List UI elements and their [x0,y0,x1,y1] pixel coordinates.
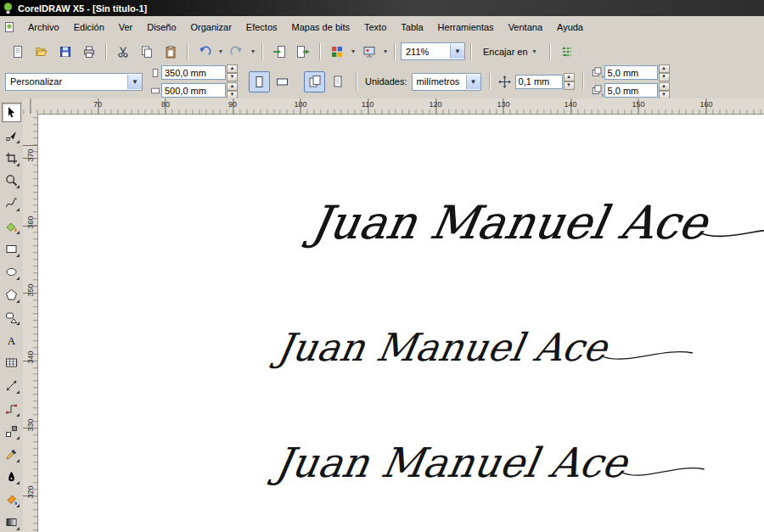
ellipse-tool[interactable] [2,262,21,282]
crop-tool[interactable] [2,148,21,168]
outline-pen-tool[interactable] [2,468,21,487]
pick-tool[interactable] [2,103,21,122]
current-page-button[interactable] [327,71,348,92]
rectangle-tool[interactable] [2,239,21,259]
signature-1-text: Juan Manuel Ace [306,196,711,249]
fill-tool-icon [5,493,18,506]
snap-to-dropdown[interactable]: Encajar en ▾ [477,44,544,59]
page-width-input[interactable] [161,65,226,80]
dimension-tool[interactable] [2,376,21,395]
window-title: CorelDRAW X5 - [Sin título-1] [18,3,147,14]
signature-2-flourish [598,345,695,366]
undo-dropdown-arrow[interactable]: ▾ [217,48,224,55]
hruler-label: 130 [497,100,509,109]
text-tool[interactable]: A [2,330,21,350]
import-button[interactable] [268,41,290,63]
menu-efectos[interactable]: Efectos [239,19,284,36]
signature-text-3[interactable]: Juan Manuel Ace [272,439,711,486]
menu-texto[interactable]: Texto [357,19,393,36]
menu-mapas-de-bits[interactable]: Mapas de bits [285,19,357,36]
menu-ventana[interactable]: Ventana [502,19,549,36]
redo-dropdown-arrow[interactable]: ▾ [250,48,256,55]
vruler-label: 320 [26,485,35,500]
smart-fill-tool[interactable] [2,216,21,236]
print-button[interactable] [78,41,100,63]
ellipse-tool-icon [5,266,18,278]
signature-text-2[interactable]: Juan Manuel Ace [273,325,699,370]
fill-tool[interactable] [2,490,21,509]
hruler-label: 160 [699,100,712,109]
copy-icon [140,45,154,59]
toolbar-separator [187,43,188,60]
hruler-label: 90 [228,100,237,109]
cut-button[interactable] [112,41,134,63]
hruler-label: 70 [93,100,102,109]
portrait-icon [253,76,266,88]
zoom-dropdown-arrow[interactable]: ▼ [450,44,464,59]
shape-tool[interactable] [2,126,21,145]
paste-button[interactable] [160,41,182,63]
copy-button[interactable] [136,41,158,63]
menu-tabla[interactable]: Tabla [394,19,430,36]
nudge-offset-input[interactable] [515,75,563,89]
landscape-orientation-button[interactable] [272,71,293,92]
application-launcher-button[interactable] [326,41,348,63]
signature-text-1[interactable]: Juan Manuel Ace [306,196,764,249]
horizontal-ruler[interactable]: 70 80 90 100 110 120 130 140 150 160 [23,98,764,115]
redo-button[interactable] [226,41,248,63]
duplicate-distance-y-icon: y [592,85,604,97]
pick-tool-icon [5,106,18,119]
drawing-canvas[interactable]: Juan Manuel Ace Juan Manuel Ace Juan Man… [38,115,764,532]
zoom-tool[interactable] [2,171,21,191]
launcher-dropdown-arrow[interactable]: ▾ [350,48,357,55]
eyedropper-tool[interactable] [2,445,21,464]
menu-archivo[interactable]: Archivo [21,19,66,36]
page-height-spinner[interactable]: ▲▼ [227,82,238,99]
units-dropdown-arrow[interactable]: ▼ [466,75,480,89]
title-bar[interactable]: CorelDRAW X5 - [Sin título-1] [0,0,764,16]
snapping-options-button[interactable] [556,41,578,63]
table-tool[interactable] [2,353,21,372]
polygon-tool[interactable] [2,285,21,305]
toolbox: A [0,98,24,532]
menu-diseno[interactable]: Diseño [140,19,183,36]
vruler-label: 370 [26,148,35,163]
basic-shapes-tool[interactable] [2,308,21,328]
all-pages-button[interactable] [304,71,325,92]
undo-button[interactable] [194,41,216,63]
duplicate-distance-y-input[interactable] [604,83,658,98]
interactive-fill-tool[interactable] [2,512,21,532]
portrait-orientation-button[interactable] [249,71,270,92]
text-tool-icon: A [5,333,18,346]
save-button[interactable] [54,41,76,63]
page-width-spinner[interactable]: ▲▼ [227,64,238,81]
propbar-separator [582,73,584,90]
duplicate-x-spinner[interactable]: ▲▼ [659,64,670,81]
menu-ayuda[interactable]: Ayuda [550,19,590,36]
open-button[interactable] [31,41,53,63]
export-button[interactable] [292,41,314,63]
freehand-tool-icon [5,197,18,210]
blend-tool[interactable] [2,422,21,441]
duplicate-y-spinner[interactable]: ▲▼ [659,82,670,99]
menu-organizar[interactable]: Organizar [184,19,239,36]
menu-edicion[interactable]: Edición [67,19,111,36]
freehand-tool[interactable] [2,193,21,213]
propbar-separator [489,73,491,90]
page-preset-combobox[interactable]: Personalizar ▼ [5,73,143,91]
vertical-ruler[interactable]: 370 360 350 340 330 320 [23,114,38,532]
connector-tool[interactable] [2,399,21,418]
menu-ver[interactable]: Ver [112,19,140,36]
units-combobox[interactable]: milímetros ▼ [412,73,481,91]
page-height-input[interactable] [161,83,226,98]
new-button[interactable] [7,41,29,63]
hruler-label: 100 [294,100,306,109]
nudge-spinner[interactable]: ▲▼ [564,73,575,90]
duplicate-distance-x-input[interactable] [604,65,658,80]
menu-herramientas[interactable]: Herramientas [431,19,501,36]
welcome-screen-button[interactable] [358,41,380,63]
zoom-combobox[interactable]: 211% ▼ [401,42,465,60]
preset-dropdown-arrow[interactable]: ▼ [127,75,142,89]
welcome-dropdown-arrow[interactable]: ▾ [382,48,389,55]
signature-2-text: Juan Manuel Ace [273,325,610,370]
